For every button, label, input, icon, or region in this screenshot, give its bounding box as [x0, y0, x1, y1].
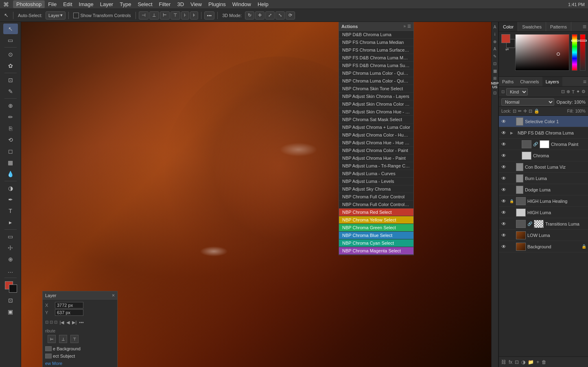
pen-tool[interactable]: ✒: [3, 194, 18, 205]
menu-photoshop[interactable]: Photoshop: [13, 0, 45, 8]
side-icon-7[interactable]: ▦: [492, 67, 498, 74]
action-item-5[interactable]: NBP Chroma Luma Color - Quick Sep: [339, 69, 413, 77]
action-item-23[interactable]: NBP Chroma Red Select: [339, 208, 413, 216]
menu-image[interactable]: Image: [76, 0, 97, 8]
shape-tool[interactable]: ▭: [3, 231, 18, 242]
action-item-14[interactable]: NBP Adjust Chroma Hue - Hue Sat: [339, 139, 413, 147]
action-item-16[interactable]: NBP Adjust Chroma Hue - Paint: [339, 154, 413, 162]
foreground-color-swatch[interactable]: [501, 34, 510, 43]
menu-layer[interactable]: Layer: [97, 0, 117, 8]
action-item-1[interactable]: NBP FS Chroma Luma Median: [339, 39, 413, 46]
side-icon-nbp[interactable]: NBPUS: [492, 82, 498, 89]
quick-mask-tool[interactable]: ⊡: [3, 295, 18, 306]
move-tool[interactable]: ↖: [3, 24, 18, 34]
layer-visibility-5[interactable]: 👁: [501, 175, 507, 182]
delete-layer-btn[interactable]: 🗑: [542, 359, 546, 365]
action-item-9[interactable]: NBP Adjust Skin Chroma Color - Clipped: [339, 100, 413, 108]
menu-3d[interactable]: 3D: [174, 0, 187, 8]
y-input[interactable]: [55, 309, 83, 316]
lock-transparency-icon[interactable]: ⊡: [513, 109, 516, 114]
blur-tool[interactable]: 💧: [3, 169, 18, 179]
3d-pan-btn[interactable]: ✛: [255, 11, 264, 20]
3d-slide-btn[interactable]: ⤢: [265, 11, 275, 20]
layer-select-btn[interactable]: Layer ▾: [46, 11, 66, 20]
filter-icon-3[interactable]: T: [572, 89, 575, 94]
attr-btn-3[interactable]: ⊤: [70, 335, 79, 343]
new-layer-btn[interactable]: +: [536, 359, 539, 365]
tab-layers[interactable]: Layers: [542, 77, 562, 86]
align-right-btn[interactable]: ⊢: [160, 11, 170, 20]
eraser-tool[interactable]: ◻: [3, 146, 18, 156]
lasso-tool[interactable]: ⊙: [3, 49, 18, 60]
crop-tool[interactable]: ⊡: [3, 75, 18, 85]
show-transform-check[interactable]: Show Transform Controls: [72, 12, 132, 19]
menu-help[interactable]: Help: [254, 0, 272, 8]
menu-plugins[interactable]: Plugins: [205, 0, 229, 8]
menu-view[interactable]: View: [187, 0, 205, 8]
history-tool[interactable]: ⟲: [3, 135, 18, 145]
clone-tool[interactable]: ⎘: [3, 123, 18, 134]
filter-icon-4[interactable]: ✦: [576, 89, 580, 94]
layer-visibility-8[interactable]: 👁: [501, 209, 507, 216]
layer-item-4[interactable]: 👁Con Boost Luma Viz: [499, 161, 588, 173]
3d-roll-btn[interactable]: ⟳: [286, 11, 295, 20]
layer-item-6[interactable]: 👁Dodge Luma: [499, 184, 588, 195]
lock-all-icon[interactable]: 🔒: [534, 109, 540, 114]
action-item-2[interactable]: NBP FS Chroma Luma Surface Blur: [339, 46, 413, 54]
tab-paths[interactable]: Paths: [499, 77, 517, 86]
layer-item-3[interactable]: 👁Chroma: [499, 150, 588, 161]
attr-btn-1[interactable]: ⊢: [48, 335, 56, 343]
filter-icon-1[interactable]: ⊡: [561, 89, 565, 94]
layer-visibility-2[interactable]: 👁: [501, 141, 507, 148]
action-item-27[interactable]: NBP Chroma Cyan Select: [339, 239, 413, 247]
text-tool[interactable]: T: [3, 206, 18, 216]
tab-color[interactable]: Color: [499, 22, 518, 31]
opacity-value[interactable]: 100%: [574, 100, 586, 104]
layer-visibility-7[interactable]: 👁: [501, 198, 507, 204]
layer-visibility-10[interactable]: 👁: [501, 232, 507, 239]
layer-visibility-11[interactable]: 👁: [501, 243, 507, 250]
fill-value[interactable]: 100%: [575, 109, 586, 113]
action-item-13[interactable]: NBP Adjust Chroma Color - Hue Sat: [339, 131, 413, 139]
bottom-left-close-btn[interactable]: ×: [112, 293, 115, 298]
tab-swatches[interactable]: Swatches: [518, 22, 546, 31]
apple-logo-icon[interactable]: ⌘: [3, 1, 9, 8]
extra-tool[interactable]: …: [3, 265, 18, 276]
action-item-28[interactable]: NBP Chroma Magenta Select: [339, 247, 413, 255]
color-gradient[interactable]: [515, 34, 569, 71]
layer-link-btn[interactable]: ⛓: [501, 359, 506, 365]
next-btn[interactable]: ▶|: [72, 320, 77, 325]
action-item-20[interactable]: NBP Adjust Sky Chroma: [339, 185, 413, 193]
layer-item-9[interactable]: 👁🔗Transitions Luma: [499, 218, 588, 230]
selection-tool[interactable]: ▭: [3, 35, 18, 46]
tab-channels[interactable]: Channels: [517, 77, 542, 86]
brush-tool[interactable]: ✏: [3, 112, 18, 122]
menu-type[interactable]: Type: [116, 0, 134, 8]
layer-visibility-9[interactable]: 👁: [501, 221, 507, 227]
layer-item-7[interactable]: 👁🔒HIGH Luma Healing: [499, 195, 588, 207]
background-color[interactable]: [9, 284, 17, 293]
more-dots-btn[interactable]: •••: [79, 320, 84, 325]
color-panel-menu-btn[interactable]: ≡: [581, 22, 588, 31]
action-item-11[interactable]: NBP Chroma Sat Mask Select: [339, 116, 413, 124]
action-item-21[interactable]: NBP Chroma Full Color Control: [339, 193, 413, 201]
side-icon-4[interactable]: A: [492, 46, 498, 52]
more-options-btn[interactable]: •••: [204, 11, 215, 20]
actions-expand-btn[interactable]: »: [403, 24, 406, 28]
filter-icon-5[interactable]: ⚙: [581, 89, 586, 94]
subject-btn[interactable]: ect Subject: [43, 352, 117, 360]
side-icon-6[interactable]: ⊡: [492, 60, 498, 67]
dodge-tool[interactable]: ◑: [3, 183, 18, 193]
action-item-3[interactable]: NBP FS D&B Chroma Luma Median: [339, 54, 413, 62]
background-btn[interactable]: e Background: [43, 345, 117, 352]
action-item-7[interactable]: NBP Chroma Skin Tone Select: [339, 85, 413, 93]
action-item-22[interactable]: NBP Chroma Full Color Control Expand: [339, 201, 413, 208]
menu-window[interactable]: Window: [229, 0, 254, 8]
gradient-tool[interactable]: ▦: [3, 157, 18, 168]
3d-scale-btn[interactable]: ⤡: [275, 11, 285, 20]
x-input[interactable]: [55, 302, 83, 308]
filter-type-select[interactable]: Kind: [506, 88, 528, 96]
side-icon-9[interactable]: ⊡: [492, 89, 498, 96]
layer-effects-btn[interactable]: fx: [509, 359, 512, 365]
align-center-btn[interactable]: ⊥: [149, 11, 159, 20]
